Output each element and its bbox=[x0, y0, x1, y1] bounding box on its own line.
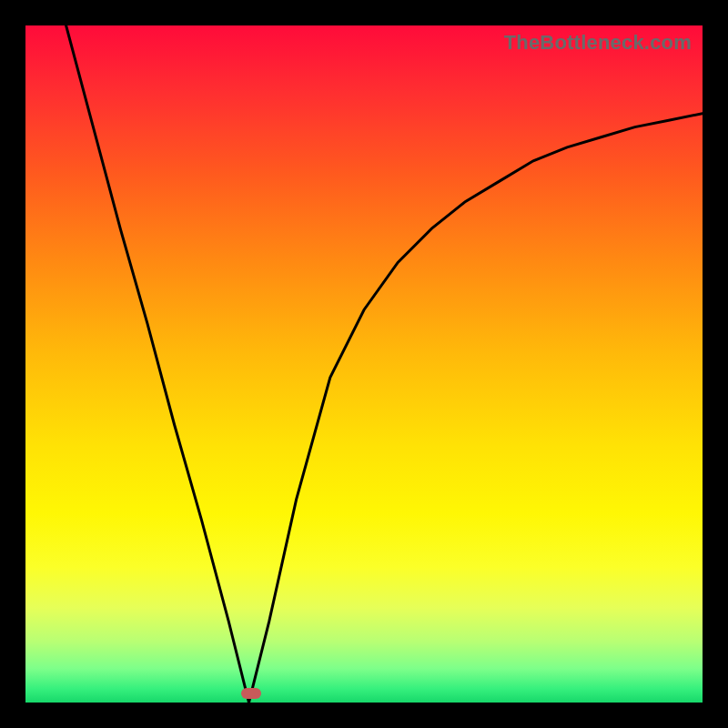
min-marker bbox=[241, 688, 261, 699]
chart-frame: TheBottleneck.com bbox=[0, 0, 728, 728]
curve-svg bbox=[25, 25, 703, 703]
plot-area: TheBottleneck.com bbox=[25, 25, 703, 703]
bottleneck-curve bbox=[66, 25, 703, 703]
